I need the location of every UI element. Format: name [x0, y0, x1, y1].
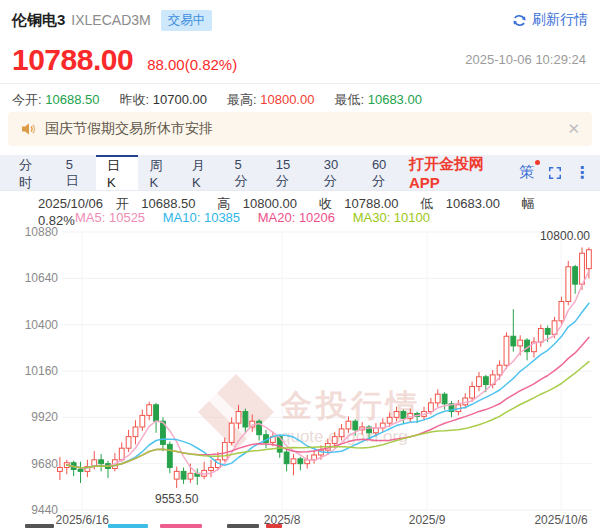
strategy-button[interactable]: 策	[519, 163, 534, 182]
price-change: 88.00(0.82%)	[147, 56, 237, 73]
tab-weekly-k[interactable]: 周K	[138, 155, 181, 190]
svg-text:2025/10/6: 2025/10/6	[534, 513, 588, 527]
last-price: 10788.00	[12, 44, 133, 76]
svg-text:2025/6/16: 2025/6/16	[56, 513, 110, 527]
tab-60min[interactable]: 60分	[361, 155, 409, 190]
more-menu-button[interactable]: ⋮	[574, 163, 590, 182]
svg-text:10880: 10880	[25, 225, 59, 239]
trading-status-badge: 交易中	[161, 10, 213, 31]
stat-low: 最低: 10683.00	[334, 91, 421, 109]
tab-daily-k[interactable]: 日K	[96, 155, 139, 190]
clipped-text-fragment	[266, 524, 282, 528]
svg-text:金投行情: 金投行情	[280, 388, 421, 423]
daily-stats-row: 今开: 10688.50 昨收: 10700.00 最高: 10800.00 最…	[12, 91, 442, 109]
svg-text:10640: 10640	[25, 271, 59, 285]
ma5-legend: MA5: 10525	[75, 210, 145, 225]
speaker-icon	[20, 121, 36, 137]
refresh-label: 刷新行情	[532, 11, 588, 29]
open-app-link[interactable]: 打开金投网APP	[409, 155, 505, 191]
quote-timestamp: 2025-10-06 10:29:24	[465, 52, 586, 67]
tab-15min[interactable]: 15分	[265, 155, 313, 190]
clipped-text-fragment	[160, 524, 202, 528]
refresh-icon	[512, 13, 527, 28]
ma20-legend: MA20: 10206	[258, 210, 335, 225]
tab-5min[interactable]: 5分	[224, 155, 265, 190]
svg-text:10400: 10400	[25, 318, 59, 332]
svg-text:9920: 9920	[31, 410, 58, 424]
divider	[0, 83, 600, 84]
svg-text:9440: 9440	[31, 503, 58, 517]
ma30-legend: MA30: 10100	[353, 210, 430, 225]
clipped-text-fragment	[108, 524, 148, 528]
fullscreen-icon	[548, 166, 562, 180]
svg-text:2025/9: 2025/9	[409, 513, 446, 527]
tab-minute[interactable]: 分时	[8, 155, 55, 190]
refresh-quotes-button[interactable]: 刷新行情	[512, 11, 588, 29]
candlestick-chart[interactable]: 108801064010400101609920968094402025/6/1…	[0, 224, 600, 529]
stat-prev-close: 昨收: 10700.00	[119, 91, 206, 109]
svg-text:9553.50: 9553.50	[155, 492, 199, 506]
svg-text:9680: 9680	[31, 457, 58, 471]
ma-legend: MA5: 10525 MA10: 10385 MA20: 10206 MA30:…	[75, 210, 444, 225]
header: 伦铜电3 IXLECAD3M 交易中 刷新行情	[12, 8, 588, 32]
instrument-title: 伦铜电3	[12, 11, 65, 30]
stat-open: 今开: 10688.50	[12, 91, 99, 109]
fullscreen-button[interactable]	[548, 166, 562, 180]
instrument-code: IXLECAD3M	[71, 12, 150, 28]
close-icon[interactable]: ✕	[567, 120, 580, 138]
ma10-legend: MA10: 10385	[163, 210, 240, 225]
announcement-bar: 国庆节假期交易所休市安排 ✕	[8, 112, 592, 146]
chart-area: 108801064010400101609920968094402025/6/1…	[0, 224, 600, 529]
svg-text:10800.00: 10800.00	[540, 229, 590, 243]
ohlc-date: 2025/10/06	[38, 196, 103, 211]
svg-text:10160: 10160	[25, 364, 59, 378]
tab-monthly-k[interactable]: 月K	[181, 155, 224, 190]
tab-5day[interactable]: 5日	[55, 155, 96, 190]
announcement-link[interactable]: 国庆节假期交易所休市安排	[45, 120, 567, 138]
stat-high: 最高: 10800.00	[227, 91, 314, 109]
timeframe-tabbar: 分时 5日 日K 周K 月K 5分 15分 30分 60分 打开金投网APP 策…	[0, 155, 600, 191]
tab-30min[interactable]: 30分	[313, 155, 361, 190]
clipped-text-fragment	[25, 524, 54, 528]
clipped-text-fragment	[227, 524, 259, 528]
